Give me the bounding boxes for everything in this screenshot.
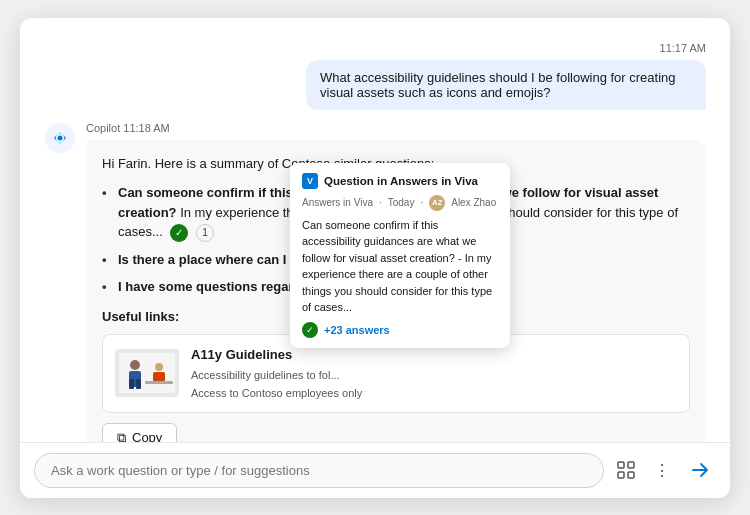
send-icon xyxy=(690,460,710,480)
svg-point-2 xyxy=(58,135,63,140)
input-bar: ⋮ xyxy=(20,442,730,498)
copy-button[interactable]: ⧉ Copy xyxy=(102,423,177,442)
svg-rect-4 xyxy=(119,353,175,393)
search-input[interactable] xyxy=(34,453,604,488)
svg-rect-8 xyxy=(136,379,141,389)
user-bubble: What accessibility guidelines should I b… xyxy=(306,60,706,110)
more-icon: ⋮ xyxy=(654,461,671,480)
more-icon-button[interactable]: ⋮ xyxy=(648,456,676,484)
link-title: A11y Guidelines xyxy=(191,345,677,365)
input-icons: ⋮ xyxy=(612,454,716,486)
link-desc: Accessibility guidelines to fol... xyxy=(191,367,677,384)
user-timestamp: 11:17 AM xyxy=(660,42,706,54)
tooltip-dot: · xyxy=(379,197,382,208)
tooltip-meta: Answers in Viva · Today · AZ Alex Zhao xyxy=(302,195,498,211)
tooltip-check-icon: ✓ xyxy=(302,322,318,338)
tooltip-footer: ✓ +23 answers xyxy=(302,322,498,338)
link-info: A11y Guidelines Accessibility guidelines… xyxy=(191,345,677,402)
tooltip-popup: V Question in Answers in Viva Answers in… xyxy=(290,163,510,348)
tooltip-title: Question in Answers in Viva xyxy=(324,175,478,187)
count-badge-1: 1 xyxy=(196,224,214,242)
grid-icon xyxy=(617,461,635,479)
viva-icon: V xyxy=(302,173,318,189)
user-message-row: What accessibility guidelines should I b… xyxy=(44,60,706,110)
svg-rect-11 xyxy=(145,381,173,384)
tooltip-body: Can someone confirm if this accessibilit… xyxy=(302,217,498,316)
tooltip-avatar: AZ xyxy=(429,195,445,211)
tooltip-dot2: · xyxy=(420,197,423,208)
tooltip-author: Alex Zhao xyxy=(451,197,496,208)
svg-point-9 xyxy=(155,363,163,371)
chat-area: 11:17 AM What accessibility guidelines s… xyxy=(20,18,730,442)
copilot-meta: Copilot 11:18 AM xyxy=(86,122,706,134)
chat-window: 11:17 AM What accessibility guidelines s… xyxy=(20,18,730,498)
tooltip-meta-source: Answers in Viva xyxy=(302,197,373,208)
link-access: Access to Contoso employees only xyxy=(191,385,677,402)
check-badge-1: ✓ xyxy=(170,224,188,242)
svg-rect-12 xyxy=(618,462,624,468)
svg-point-5 xyxy=(130,360,140,370)
tooltip-header: V Question in Answers in Viva xyxy=(302,173,498,189)
copy-label: Copy xyxy=(132,430,162,441)
svg-rect-15 xyxy=(628,472,634,478)
send-button[interactable] xyxy=(684,454,716,486)
link-thumb xyxy=(115,349,179,397)
svg-rect-14 xyxy=(618,472,624,478)
svg-rect-10 xyxy=(153,372,165,382)
copy-icon: ⧉ xyxy=(117,430,126,442)
tooltip-date: Today xyxy=(388,197,415,208)
svg-rect-7 xyxy=(129,379,134,389)
copilot-avatar xyxy=(44,122,76,154)
tooltip-answers: +23 answers xyxy=(324,324,390,336)
svg-rect-13 xyxy=(628,462,634,468)
grid-icon-button[interactable] xyxy=(612,456,640,484)
